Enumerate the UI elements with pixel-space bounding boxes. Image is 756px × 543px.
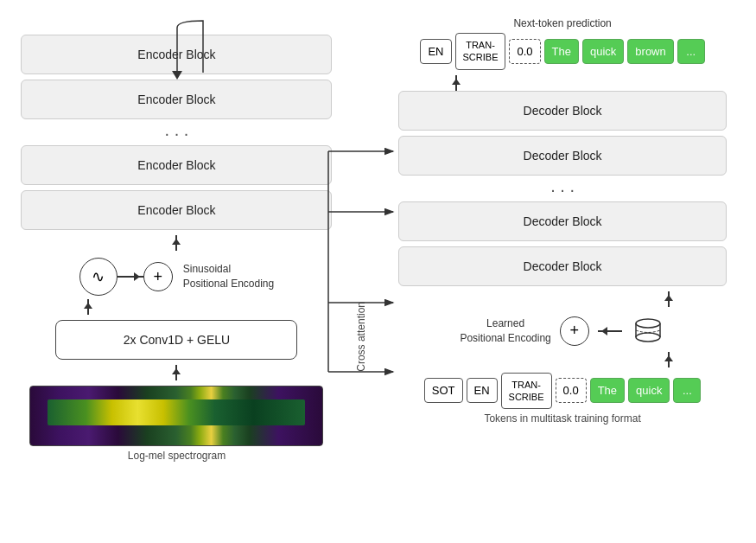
output-token-brown: brown [627, 39, 673, 64]
output-token-the: The [544, 39, 579, 64]
decoder-block-3: Decoder Block [398, 201, 727, 241]
output-token-transcribe: TRAN-SCRIBE [455, 33, 506, 70]
plus-circle-encoder: + [143, 262, 173, 291]
input-token-sot: SOT [424, 378, 463, 403]
encoder-block-3: Encoder Block [21, 145, 332, 185]
input-tokens-row: SOT EN TRAN-SCRIBE 0.0 The quick ... [424, 373, 702, 410]
encoder-block-2: Encoder Block [21, 80, 332, 119]
db-cylinder-icon [631, 314, 665, 348]
svg-rect-2 [636, 323, 660, 337]
decoder-dots: · · · [398, 181, 727, 198]
output-token-ellipsis: ... [677, 39, 705, 64]
encoder-block-1: Encoder Block [21, 35, 332, 74]
input-token-ellipsis: ... [673, 378, 701, 403]
input-token-0.0: 0.0 [556, 378, 587, 403]
decoder-blocks-container: Decoder Block Decoder Block · · · Decode… [398, 91, 727, 291]
decoder-block-2: Decoder Block [398, 136, 727, 176]
input-token-the: The [590, 378, 625, 403]
decoder-block-1: Decoder Block [398, 91, 727, 131]
cross-attention-label: Cross attention [355, 302, 367, 372]
output-token-en: EN [420, 39, 451, 64]
spectrogram [29, 386, 323, 446]
decoder-block-4: Decoder Block [398, 246, 727, 286]
encoder-dots-1: · · · [21, 125, 332, 142]
learned-pe-row: LearnedPositional Encoding + [398, 314, 727, 348]
plus-circle-decoder: + [560, 316, 589, 346]
encoder-block-4: Encoder Block [21, 190, 332, 230]
svg-point-1 [636, 319, 660, 328]
output-token-0.0: 0.0 [509, 39, 540, 64]
input-token-quick: quick [628, 378, 670, 403]
arrow-sine-to-plus [118, 276, 143, 278]
spectrogram-label: Log-mel spectrogram [128, 450, 226, 462]
learned-pe-label: LearnedPositional Encoding [460, 316, 550, 346]
output-token-quick: quick [582, 39, 624, 64]
svg-point-5 [636, 333, 660, 342]
output-tokens-row: EN TRAN-SCRIBE 0.0 The quick brown ... [420, 33, 704, 70]
next-token-label: Next-token prediction [513, 17, 611, 29]
input-token-transcribe: TRAN-SCRIBE [501, 373, 552, 410]
input-tokens-label: Tokens in multitask training format [484, 412, 640, 425]
conv-box: 2x Conv1D + GELU [55, 320, 297, 360]
sine-symbol: ∿ [79, 258, 118, 296]
input-token-en: EN [467, 378, 498, 403]
sinusoidal-label: SinusoidalPositional Encoding [183, 262, 274, 291]
